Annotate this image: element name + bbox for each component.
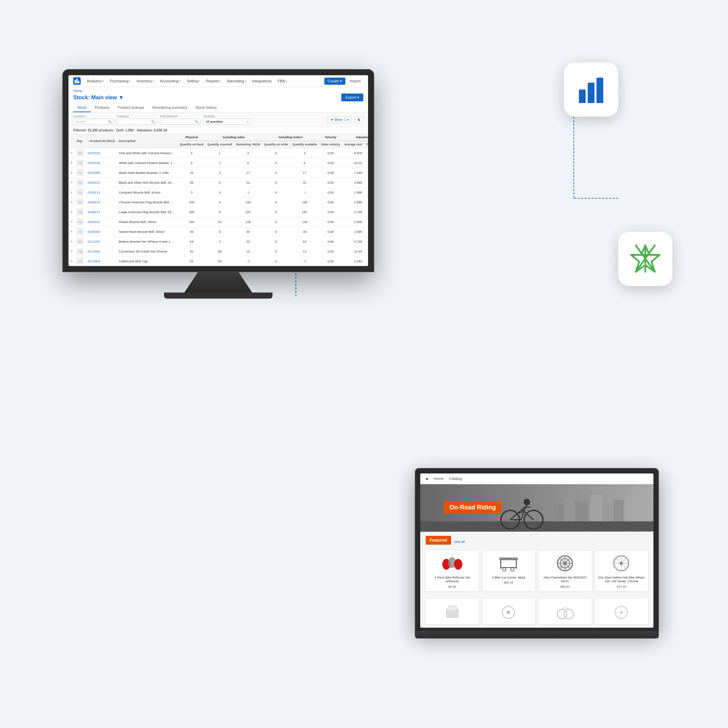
- bottom-product-img-1: [442, 601, 462, 622]
- ecom-nav-catalog[interactable]: Catalog: [449, 477, 462, 480]
- product-img-cell-1: img: [75, 158, 86, 168]
- bottom-products-row: [420, 595, 653, 628]
- product-card-1[interactable]: 4 Piece Bike Reflector Set w/Mounts $9.4…: [426, 551, 479, 591]
- bottom-product-1[interactable]: [426, 598, 479, 624]
- reserved-10: 68: [205, 246, 234, 256]
- total-value-0: 49.88: [364, 148, 368, 158]
- th-velocity: Sales velocity: [319, 141, 342, 148]
- product-id-2[interactable]: 0107990: [86, 168, 116, 177]
- on-hand-6: 205: [177, 207, 205, 217]
- available-8: 30: [291, 227, 319, 237]
- row-expand-10[interactable]: +: [69, 246, 75, 256]
- product-id-8[interactable]: 0109300: [86, 227, 116, 237]
- th-product-id[interactable]: ↓ Product ID (SKU): [86, 134, 116, 148]
- nav-import[interactable]: Import: [347, 78, 363, 85]
- svg-point-31: [454, 559, 462, 570]
- velocity-11: 0.00: [319, 256, 342, 266]
- filter-category-input[interactable]: 🔍: [116, 119, 157, 125]
- product-id-4[interactable]: 0109113: [86, 187, 116, 197]
- velocity-3: 0.00: [319, 177, 342, 187]
- on-order-7: 0: [262, 217, 290, 227]
- page-title-highlight[interactable]: Main view ▼: [91, 95, 124, 100]
- product-card-3[interactable]: Alloy Chainwheel Set 36/42/52T 5&CC $88.…: [538, 551, 592, 591]
- product-card-2[interactable]: 3 Bike Car Carrier, Black $80.94: [482, 551, 535, 591]
- svg-rect-35: [500, 567, 517, 568]
- row-expand-4[interactable]: +: [69, 187, 75, 197]
- product-id-6[interactable]: 0109137: [86, 207, 116, 217]
- product-id-1[interactable]: 0107238: [86, 158, 116, 168]
- tab-reordering[interactable]: Reordering summary: [148, 103, 191, 112]
- more-filters-button[interactable]: ▼ More: 1 ▾: [327, 116, 352, 123]
- product-id-0[interactable]: 0107226: [86, 148, 116, 158]
- nav-integrations[interactable]: Integrations: [249, 78, 274, 84]
- row-expand-8[interactable]: +: [69, 227, 75, 237]
- tab-stock[interactable]: Stock: [73, 103, 91, 112]
- remaining-6: 197: [234, 207, 262, 217]
- product-id-10[interactable]: 0111505: [86, 246, 116, 256]
- filter-location-input[interactable]: Search... 🔍: [73, 119, 114, 125]
- available-7: 128: [291, 217, 319, 227]
- product-name-2: 3 Bike Car Carrier, Black: [485, 576, 533, 580]
- remaining-1: 6: [234, 158, 262, 168]
- view-all-link[interactable]: view all: [454, 540, 465, 544]
- product-id-5[interactable]: 0109125: [86, 197, 116, 207]
- svg-line-62: [565, 607, 569, 609]
- nav-fba[interactable]: FBA ▾: [275, 78, 289, 84]
- tab-stock-history[interactable]: Stock history: [191, 103, 221, 112]
- connector-line-3: [574, 198, 618, 199]
- row-expand-6[interactable]: +: [69, 207, 75, 217]
- remaining-2: 17: [234, 168, 262, 177]
- product-card-4[interactable]: 20in Steel Hollow Hub Bike Wheel, 140, 1…: [595, 551, 648, 591]
- product-id-11[interactable]: 0111904: [86, 256, 116, 266]
- product-id-7[interactable]: 0109161: [86, 217, 116, 227]
- filter-info: Filtered: 15,285 products · QoH: 1,892 ·…: [69, 127, 368, 134]
- connector-line-1: [574, 103, 574, 198]
- tab-products[interactable]: Products: [91, 103, 113, 112]
- on-order-3: 0: [262, 177, 290, 187]
- bottom-product-2[interactable]: [482, 598, 535, 624]
- reserved-3: 5: [205, 177, 234, 187]
- th-remaining-bom: Remaining +BOM: [234, 141, 262, 148]
- reserved-11: 55: [205, 256, 234, 266]
- product-desc-2: Black Steel Basket Bracket, 1-1/8in: [116, 168, 177, 177]
- reserved-5: 6: [205, 197, 234, 207]
- row-expand-0[interactable]: +: [69, 148, 75, 158]
- nav-selling[interactable]: Selling ▾: [184, 78, 203, 84]
- row-expand-11[interactable]: +: [69, 256, 75, 266]
- svg-line-54: [616, 565, 619, 569]
- on-order-11: 0: [262, 256, 290, 266]
- filter-quantity-label: Quantity: [203, 115, 251, 118]
- row-expand-5[interactable]: +: [69, 197, 75, 207]
- laptop-body: ● Home Catalog: [415, 468, 659, 632]
- inventory-table: Img ↓ Product ID (SKU) Description Physi…: [69, 134, 368, 266]
- product-id-9[interactable]: 0111202: [86, 237, 116, 246]
- table-row: + img 0111505 Conversion Kit Crank Set C…: [69, 246, 368, 256]
- nav-barcoding[interactable]: Barcoding ▾: [224, 78, 249, 84]
- row-expand-7[interactable]: +: [69, 217, 75, 227]
- bottom-product-3[interactable]: [538, 598, 592, 624]
- product-price-4: $75.49: [598, 585, 645, 588]
- nav-reports[interactable]: Reports ▾: [203, 78, 224, 84]
- bottom-product-4[interactable]: [595, 598, 648, 624]
- nav-purchasing[interactable]: Purchasing ▾: [107, 78, 133, 84]
- export-button[interactable]: Export ▾: [341, 93, 363, 101]
- nav-accounting[interactable]: Accounting ▾: [157, 78, 183, 84]
- product-desc-5: Chrome American Flag Bicycle Bell, 60...: [116, 197, 177, 207]
- nav-inventory[interactable]: Inventory ▾: [134, 78, 157, 84]
- product-id-3[interactable]: 0109101: [86, 177, 116, 187]
- row-expand-2[interactable]: +: [69, 168, 75, 177]
- row-expand-1[interactable]: +: [69, 158, 75, 168]
- sort-button[interactable]: ⇅: [355, 116, 363, 123]
- tab-product-lookups[interactable]: Product lookups: [113, 103, 148, 112]
- filter-manufacturer-input[interactable]: 🔍: [160, 119, 200, 125]
- row-expand-9[interactable]: +: [69, 237, 75, 246]
- row-expand-3[interactable]: +: [69, 177, 75, 187]
- svg-point-46: [619, 561, 623, 565]
- create-button[interactable]: Create ▾: [324, 78, 346, 85]
- product-desc-11: CotterLess Bolt Cap: [116, 256, 177, 266]
- filter-quantity-select[interactable]: All quantities ▾: [203, 119, 251, 125]
- quantity-chevron: ▾: [247, 120, 248, 123]
- ecom-nav-home[interactable]: Home: [434, 477, 444, 480]
- nav-analytics[interactable]: Analytics ▾: [84, 78, 106, 84]
- velocity-0: 0.00: [319, 148, 342, 158]
